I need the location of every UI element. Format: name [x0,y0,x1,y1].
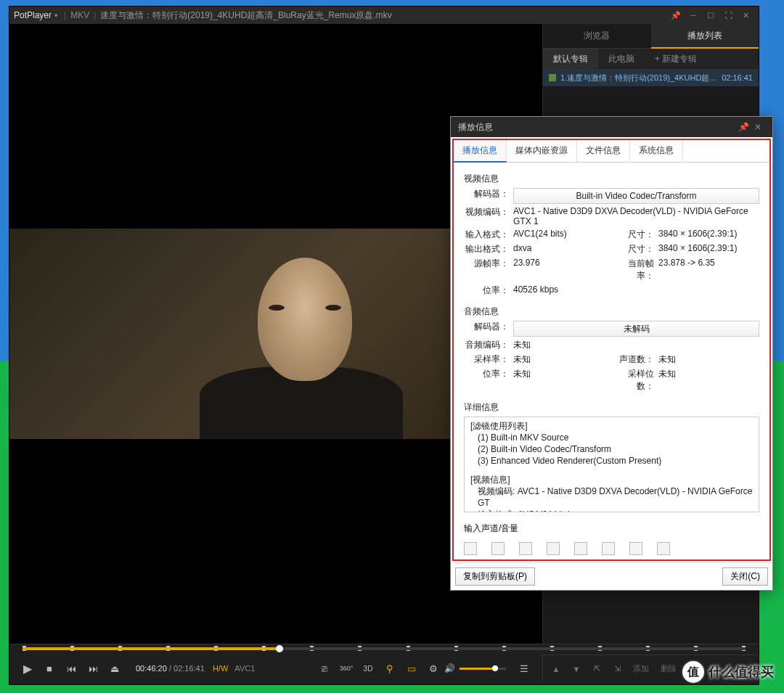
detail-filter-3: (3) Enhanced Video Renderer(Custom Prese… [470,455,753,467]
format-label: MKV [70,10,89,20]
screen-icon[interactable]: ⎚ [314,658,335,678]
menu-icon[interactable]: ☰ [513,658,535,678]
tab-browser[interactable]: 浏览器 [543,24,651,49]
app-logo[interactable]: PotPlayer [14,10,52,20]
decoder-label: 解码器： [464,188,509,204]
speaker-icon[interactable]: 🔊 [444,663,455,673]
expand-icon[interactable]: ⇱ [588,661,605,677]
tab-embedded-media[interactable]: 媒体内嵌资源 [507,140,577,162]
playing-icon [549,74,556,81]
channel-checkbox[interactable] [629,542,642,555]
3d-icon[interactable]: 3D [357,658,379,678]
fullscreen-icon[interactable]: ⛶ [719,11,737,20]
maximize-icon[interactable]: ☐ [702,11,719,20]
video-section-title: 视频信息 [464,173,759,185]
sidebar-tabs: 浏览器 播放列表 [543,24,759,49]
pin-icon[interactable]: 📌 [667,11,685,20]
play-button[interactable]: ▶ [17,658,38,678]
eject-button[interactable]: ⏏ [104,658,126,678]
playback-info-dialog: 播放信息 📌 ✕ 播放信息 媒体内嵌资源 文件信息 系统信息 视频信息 解码器：… [450,116,773,591]
prev-button[interactable]: ⏮ [60,658,82,678]
dialog-footer: 复制到剪贴板(P) 关闭(C) [451,562,772,590]
audio-section-title: 音频信息 [464,306,759,318]
watermark-icon: 值 [681,660,706,684]
detail-video-header: [视频信息] [470,474,753,485]
sidebar-subtabs: 默认专辑 此电脑 + 新建专辑 [543,49,759,69]
dialog-titlebar: 播放信息 📌 ✕ [451,117,772,137]
dialog-pin-icon[interactable]: 📌 [736,122,751,132]
bitrate-label: 位率： [464,284,509,297]
detail-filter-2: (2) Built-in Video Codec/Transform [470,443,753,455]
channel-checkbox[interactable] [574,542,587,555]
cur-fps-label: 当前帧率： [615,258,654,282]
audio-encoding-value: 未知 [513,339,759,351]
channel-checkbox[interactable] [464,542,477,555]
tab-system-info[interactable]: 系统信息 [630,140,683,162]
src-fps-value: 23.976 [513,258,615,282]
delete-button[interactable]: 删除 [656,663,681,674]
cur-fps-value: 23.878 -> 6.35 [658,258,759,282]
detail-textbox[interactable]: [滤镜使用列表] (1) Built-in MKV Source (2) Bui… [464,417,759,512]
vr-icon[interactable]: 360° [335,658,357,678]
video-encoding-label: 视频编码： [464,206,509,226]
channel-checkbox[interactable] [491,542,505,555]
volume-control[interactable]: 🔊 [444,663,506,673]
dialog-tabs: 播放信息 媒体内嵌资源 文件信息 系统信息 [454,140,769,163]
channel-checkbox[interactable] [547,542,560,555]
sub-icon[interactable]: ▭ [401,658,422,678]
titlebar: PotPlayer ▾ | MKV | 速度与激情：特别行动(2019)_4KU… [9,7,759,24]
gear-icon[interactable]: ⚙ [422,658,444,678]
output-format-label: 输出格式： [464,243,509,255]
bitrate-value: 40526 kbps [513,284,759,297]
sort-down-icon[interactable]: ▼ [568,661,585,677]
detail-video-infmt: 输入格式: AVC1(24 bits) [470,509,753,512]
seek-bar[interactable] [9,644,759,655]
watermark-text: 什么值得买 [709,663,774,681]
tab-playback-info[interactable]: 播放信息 [454,140,507,163]
chevron-down-icon[interactable]: ▾ [54,12,58,19]
input-channel-label: 输入声道/音量 [454,518,769,539]
add-button[interactable]: 添加 [629,663,653,674]
size-label: 尺寸： [615,229,654,241]
size-value-2: 3840 × 1606(2.39:1) [658,243,759,255]
hw-indicator: H/W [213,664,228,673]
channel-checkbox[interactable] [602,542,615,555]
detail-video-enc: 视频编码: AVC1 - Native D3D9 DXVA Decoder(VL… [470,485,753,509]
dialog-close-icon[interactable]: ✕ [751,122,765,132]
playlist-index: 1. [560,73,567,82]
minimize-icon[interactable]: ─ [685,11,702,20]
input-format-label: 输入格式： [464,229,509,241]
playlist-duration: 02:16:41 [722,73,753,82]
src-fps-label: 源帧率： [464,258,509,282]
stop-button[interactable]: ■ [38,658,60,678]
current-time: 00:46:20 [136,664,167,673]
audio-encoding-label: 音频编码： [464,339,509,351]
input-format-value: AVC1(24 bits) [513,229,615,241]
subtab-default-album[interactable]: 默认专辑 [543,49,598,69]
tab-playlist[interactable]: 播放列表 [651,24,759,49]
tab-file-info[interactable]: 文件信息 [577,140,630,162]
channel-checkbox[interactable] [657,542,670,555]
dialog-body: 播放信息 媒体内嵌资源 文件信息 系统信息 视频信息 解码器： Built-in… [452,139,771,561]
video-decoder-button[interactable]: Built-in Video Codec/Transform [513,188,759,204]
close-button[interactable]: 关闭(C) [722,567,768,586]
close-icon[interactable]: ✕ [737,11,754,20]
sample-rate-label: 采样率： [464,353,509,366]
watermark: 值 什么值得买 [681,660,774,684]
search-icon[interactable]: ⚲ [379,658,401,678]
sample-rate-value: 未知 [513,353,615,366]
size-value: 3840 × 1606(2.39:1) [658,229,759,241]
total-time: 02:16:41 [173,664,205,673]
channel-checkboxes [454,539,769,559]
subtab-new-album[interactable]: + 新建专辑 [645,49,707,69]
audio-decoder-button[interactable]: 未解码 [513,321,759,337]
playlist-item[interactable]: 1. 速度与激情：特别行动(2019)_4KUHD超... 02:16:41 [543,69,759,86]
channel-checkbox[interactable] [519,542,532,555]
subtab-this-pc[interactable]: 此电脑 [598,49,645,69]
copy-clipboard-button[interactable]: 复制到剪贴板(P) [455,567,535,586]
next-button[interactable]: ⏭ [82,658,104,678]
collapse-icon[interactable]: ⇲ [608,661,626,677]
channels-label: 声道数： [615,353,654,366]
dialog-title: 播放信息 [458,121,493,134]
sort-up-icon[interactable]: ▲ [547,661,565,677]
